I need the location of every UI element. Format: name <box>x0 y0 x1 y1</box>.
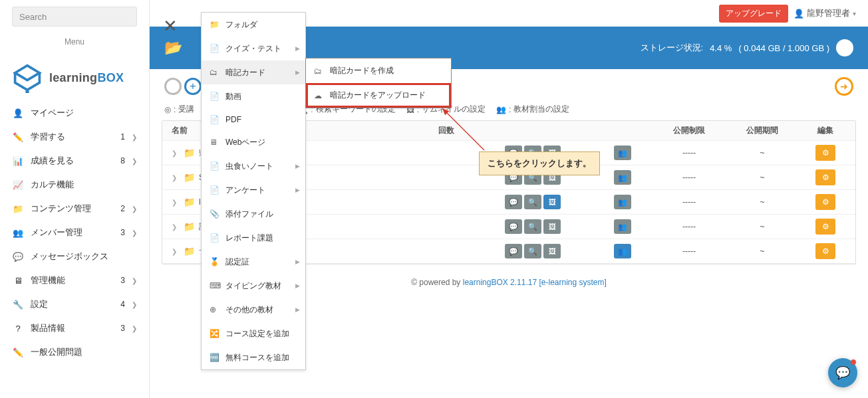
chevron-right-icon: ▶ <box>295 187 300 193</box>
search-icon[interactable]: 🔍 <box>524 244 541 258</box>
forward-button[interactable]: ➜ <box>835 77 853 96</box>
sidebar-item-8[interactable]: 🔧設定4❯ <box>0 292 149 316</box>
gear-icon[interactable]: ⚙ <box>815 219 835 235</box>
sidebar-item-6[interactable]: 💬メッセージボックス <box>0 245 149 268</box>
submenu-item-0[interactable]: 🗂暗記カードを作成 <box>306 58 451 83</box>
row-limit: ----- <box>656 197 722 207</box>
dd-icon: 📄 <box>210 233 220 243</box>
dd-icon: 📎 <box>210 209 220 219</box>
dd-item-3[interactable]: 📄動画 <box>202 84 305 108</box>
sidebar-item-10[interactable]: ✏️一般公開問題 <box>0 340 149 364</box>
users-icon[interactable]: 👥 <box>614 146 631 160</box>
nav-icon: 📁 <box>12 204 24 214</box>
chevron-right-icon: ▶ <box>295 282 300 289</box>
chevron-right-icon: ❯ <box>172 248 177 255</box>
nav-label: コンテンツ管理 <box>31 203 120 215</box>
dd-item-14[interactable]: 🆓無料コースを追加 <box>202 346 305 369</box>
dd-label: コース設定を追加 <box>225 328 289 340</box>
search-icon[interactable]: 🔍 <box>524 195 541 209</box>
dd-icon: 🆓 <box>210 353 220 362</box>
chevron-right-icon: ❯ <box>172 149 177 157</box>
dd-icon: ⌨ <box>210 281 220 290</box>
nav-label: 管理機能 <box>31 274 120 286</box>
image-icon[interactable]: 🖼 <box>543 244 561 258</box>
search-icon[interactable]: 🔍 <box>524 219 541 234</box>
caret-down-icon: ▾ <box>853 10 856 17</box>
dd-item-5[interactable]: 🖥Webページ <box>202 130 305 154</box>
sidebar-item-4[interactable]: 📁コンテンツ管理2❯ <box>0 197 149 221</box>
storage-detail: ( 0.044 GB / 1.000 GB ) <box>738 43 829 53</box>
dd-item-1[interactable]: 📄クイズ・テスト▶ <box>202 37 305 60</box>
dd-label: Webページ <box>225 137 265 148</box>
search-placeholder: Search <box>19 12 47 22</box>
user-menu[interactable]: 👤 龍野管理者 ▾ <box>794 7 856 19</box>
gear-icon[interactable]: ⚙ <box>815 145 835 161</box>
upgrade-button[interactable]: アップグレード <box>719 5 788 23</box>
opt-assign[interactable]: 👥 : 教材割当の設定 <box>496 104 569 115</box>
add-button[interactable]: + <box>184 78 202 95</box>
row-period: ~ <box>722 173 802 182</box>
chat-button[interactable]: 💬 <box>828 358 857 387</box>
dd-item-4[interactable]: 📄PDF <box>202 108 305 130</box>
dd-icon: 📁 <box>210 20 220 29</box>
nav-label: 製品情報 <box>31 322 120 334</box>
comment-icon[interactable]: 💬 <box>505 219 522 234</box>
close-icon[interactable]: ✕ <box>163 16 178 37</box>
chevron-right-icon: ❯ <box>132 205 137 213</box>
search-input[interactable]: Search <box>12 7 137 27</box>
nav-badge: 3 <box>120 276 125 285</box>
nav-label: 設定 <box>31 298 120 310</box>
submenu-item-1[interactable]: ☁暗記カードをアップロード <box>306 83 451 108</box>
dd-label: 無料コースを追加 <box>225 352 289 363</box>
users-icon[interactable]: 👥 <box>614 195 631 209</box>
circle-icon <box>164 78 182 95</box>
dd-item-6[interactable]: 📄虫食いノート▶ <box>202 154 305 178</box>
dd-label: 暗記カードをアップロード <box>330 90 426 101</box>
row-limit: ----- <box>656 222 722 231</box>
nav: 👤マイページ✏️学習する1❯📊成績を見る8❯📈カルテ機能📁コンテンツ管理2❯👥メ… <box>0 98 149 367</box>
dd-item-8[interactable]: 📎添付ファイル <box>202 202 305 226</box>
sidebar-item-7[interactable]: 🖥管理機能3❯ <box>0 268 149 292</box>
gear-icon[interactable]: ⚙ <box>815 243 835 259</box>
sidebar-item-2[interactable]: 📊成績を見る8❯ <box>0 149 149 173</box>
opt-attend[interactable]: ◎ : 受講 <box>164 104 194 115</box>
menu-label: Menu <box>0 32 149 54</box>
image-icon[interactable]: 🖼 <box>543 195 561 209</box>
dd-item-12[interactable]: ⊕その他の教材▶ <box>202 298 305 322</box>
folder-icon: 📁 <box>184 221 195 232</box>
row-period: ~ <box>722 197 802 207</box>
dd-item-13[interactable]: 🔀コース設定を追加 <box>202 322 305 346</box>
dd-icon: 📄 <box>210 185 220 195</box>
nav-badge: 3 <box>120 228 125 237</box>
image-icon[interactable]: 🖼 <box>543 219 561 234</box>
dd-item-2[interactable]: 🗂暗記カード▶ <box>202 60 305 84</box>
sidebar-item-0[interactable]: 👤マイページ <box>0 101 149 125</box>
chevron-right-icon: ❯ <box>132 277 137 284</box>
users-icon[interactable]: 👥 <box>614 219 631 234</box>
dd-item-9[interactable]: 📄レポート課題 <box>202 226 305 250</box>
nav-icon: 👥 <box>12 228 24 238</box>
user-icon: 👤 <box>794 9 804 19</box>
dd-item-0[interactable]: 📁フォルダ <box>202 13 305 37</box>
sidebar-item-1[interactable]: ✏️学習する1❯ <box>0 125 149 149</box>
sidebar-item-3[interactable]: 📈カルテ機能 <box>0 173 149 197</box>
users-icon[interactable]: 👥 <box>614 244 631 258</box>
dd-item-7[interactable]: 📄アンケート▶ <box>202 178 305 202</box>
gear-icon[interactable]: ⚙ <box>815 194 835 210</box>
dd-label: アンケート <box>225 185 265 196</box>
nav-label: カルテ機能 <box>31 179 137 191</box>
chevron-right-icon: ❯ <box>172 223 177 231</box>
annotation-tooltip: こちらをクリックします。 <box>479 151 600 175</box>
users-icon[interactable]: 👥 <box>614 170 631 185</box>
comment-icon[interactable]: 💬 <box>505 244 522 258</box>
comment-icon[interactable]: 💬 <box>505 195 522 209</box>
dd-item-11[interactable]: ⌨タイピング教材▶ <box>202 274 305 298</box>
row-period: ~ <box>722 148 802 157</box>
dd-label: その他の教材 <box>225 304 273 316</box>
sidebar-item-9[interactable]: ?製品情報3❯ <box>0 316 149 340</box>
footer-link[interactable]: learningBOX 2.11.17 [e-learning system] <box>463 278 607 287</box>
sidebar-item-5[interactable]: 👥メンバー管理3❯ <box>0 221 149 245</box>
dd-item-10[interactable]: 🏅認定証▶ <box>202 250 305 274</box>
gear-icon[interactable]: ⚙ <box>815 169 835 185</box>
dd-label: クイズ・テスト <box>225 43 281 54</box>
